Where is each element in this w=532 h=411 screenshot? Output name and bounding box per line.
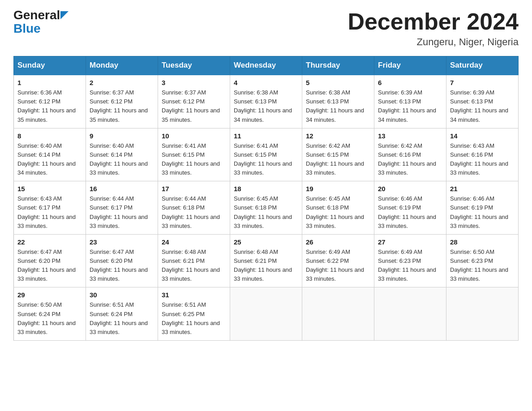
day-number: 4: [234, 79, 298, 86]
day-number: 1: [17, 79, 82, 86]
day-number: 24: [162, 238, 226, 246]
day-number: 12: [306, 132, 370, 140]
month-title: December 2024: [348, 9, 519, 34]
day-info: Sunrise: 6:45 AMSunset: 6:18 PMDaylight:…: [234, 194, 298, 231]
day-info: Sunrise: 6:36 AMSunset: 6:12 PMDaylight:…: [17, 88, 82, 124]
day-info: Sunrise: 6:43 AMSunset: 6:16 PMDaylight:…: [450, 141, 515, 178]
day-number: 18: [234, 185, 298, 193]
day-info: Sunrise: 6:50 AMSunset: 6:24 PMDaylight:…: [17, 300, 82, 337]
day-info: Sunrise: 6:48 AMSunset: 6:21 PMDaylight:…: [162, 248, 226, 284]
day-number: 13: [378, 132, 442, 140]
header-day-saturday: Saturday: [446, 56, 519, 75]
calendar-cell: 20Sunrise: 6:46 AMSunset: 6:19 PMDayligh…: [374, 181, 446, 235]
calendar-cell: 25Sunrise: 6:48 AMSunset: 6:21 PMDayligh…: [230, 234, 302, 287]
day-number: 11: [234, 132, 298, 140]
calendar-cell: [230, 287, 302, 341]
day-number: 17: [162, 185, 226, 193]
calendar-cell: 2Sunrise: 6:37 AMSunset: 6:12 PMDaylight…: [86, 75, 158, 128]
calendar-cell: 4Sunrise: 6:38 AMSunset: 6:13 PMDaylight…: [230, 75, 302, 128]
calendar-table: SundayMondayTuesdayWednesdayThursdayFrid…: [13, 56, 519, 341]
calendar-cell: 30Sunrise: 6:51 AMSunset: 6:24 PMDayligh…: [86, 287, 158, 341]
calendar-cell: 11Sunrise: 6:41 AMSunset: 6:15 PMDayligh…: [230, 128, 302, 181]
calendar-cell: 10Sunrise: 6:41 AMSunset: 6:15 PMDayligh…: [158, 128, 230, 181]
calendar-cell: 13Sunrise: 6:42 AMSunset: 6:16 PMDayligh…: [374, 128, 446, 181]
day-info: Sunrise: 6:40 AMSunset: 6:14 PMDaylight:…: [90, 141, 154, 178]
calendar-week-row: 22Sunrise: 6:47 AMSunset: 6:20 PMDayligh…: [14, 234, 519, 287]
header-day-sunday: Sunday: [14, 56, 86, 75]
calendar-cell: 3Sunrise: 6:37 AMSunset: 6:12 PMDaylight…: [158, 75, 230, 128]
day-number: 9: [90, 132, 154, 140]
day-info: Sunrise: 6:46 AMSunset: 6:19 PMDaylight:…: [378, 194, 442, 231]
day-number: 15: [17, 185, 82, 193]
day-info: Sunrise: 6:47 AMSunset: 6:20 PMDaylight:…: [17, 248, 82, 284]
day-info: Sunrise: 6:46 AMSunset: 6:19 PMDaylight:…: [450, 194, 515, 231]
day-number: 30: [90, 291, 154, 299]
calendar-week-row: 29Sunrise: 6:50 AMSunset: 6:24 PMDayligh…: [14, 287, 519, 341]
logo-general-text: General: [13, 9, 60, 21]
calendar-cell: 15Sunrise: 6:43 AMSunset: 6:17 PMDayligh…: [14, 181, 86, 235]
calendar-cell: 31Sunrise: 6:51 AMSunset: 6:25 PMDayligh…: [158, 287, 230, 341]
calendar-cell: [374, 287, 446, 341]
day-number: 29: [17, 291, 82, 299]
day-number: 6: [378, 79, 442, 86]
header-day-friday: Friday: [374, 56, 446, 75]
calendar-cell: 7Sunrise: 6:39 AMSunset: 6:13 PMDaylight…: [446, 75, 519, 128]
day-number: 2: [90, 79, 154, 86]
day-info: Sunrise: 6:41 AMSunset: 6:15 PMDaylight:…: [162, 141, 226, 178]
day-info: Sunrise: 6:47 AMSunset: 6:20 PMDaylight:…: [90, 248, 154, 284]
day-info: Sunrise: 6:40 AMSunset: 6:14 PMDaylight:…: [17, 141, 82, 178]
day-info: Sunrise: 6:43 AMSunset: 6:17 PMDaylight:…: [17, 194, 82, 231]
day-number: 28: [450, 238, 515, 246]
day-info: Sunrise: 6:48 AMSunset: 6:21 PMDaylight:…: [234, 248, 298, 284]
calendar-cell: 18Sunrise: 6:45 AMSunset: 6:18 PMDayligh…: [230, 181, 302, 235]
calendar-week-row: 8Sunrise: 6:40 AMSunset: 6:14 PMDaylight…: [14, 128, 519, 181]
header-day-thursday: Thursday: [302, 56, 374, 75]
day-info: Sunrise: 6:39 AMSunset: 6:13 PMDaylight:…: [450, 88, 515, 124]
calendar-cell: 23Sunrise: 6:47 AMSunset: 6:20 PMDayligh…: [86, 234, 158, 287]
day-info: Sunrise: 6:44 AMSunset: 6:18 PMDaylight:…: [162, 194, 226, 231]
calendar-week-row: 1Sunrise: 6:36 AMSunset: 6:12 PMDaylight…: [14, 75, 519, 128]
day-info: Sunrise: 6:41 AMSunset: 6:15 PMDaylight:…: [234, 141, 298, 178]
day-number: 16: [90, 185, 154, 193]
day-number: 5: [306, 79, 370, 86]
day-number: 3: [162, 79, 226, 86]
calendar-cell: 5Sunrise: 6:38 AMSunset: 6:13 PMDaylight…: [302, 75, 374, 128]
logo: General Blue: [13, 9, 69, 36]
calendar-cell: 14Sunrise: 6:43 AMSunset: 6:16 PMDayligh…: [446, 128, 519, 181]
day-info: Sunrise: 6:38 AMSunset: 6:13 PMDaylight:…: [234, 88, 298, 124]
calendar-cell: 1Sunrise: 6:36 AMSunset: 6:12 PMDaylight…: [14, 75, 86, 128]
page-header: General Blue December 2024 Zungeru, Nige…: [13, 9, 519, 48]
calendar-cell: 12Sunrise: 6:42 AMSunset: 6:15 PMDayligh…: [302, 128, 374, 181]
calendar-cell: 29Sunrise: 6:50 AMSunset: 6:24 PMDayligh…: [14, 287, 86, 341]
day-number: 27: [378, 238, 442, 246]
day-number: 23: [90, 238, 154, 246]
header-day-monday: Monday: [86, 56, 158, 75]
calendar-cell: [446, 287, 519, 341]
calendar-cell: 8Sunrise: 6:40 AMSunset: 6:14 PMDaylight…: [14, 128, 86, 181]
logo-arrow-icon: [60, 11, 69, 19]
calendar-cell: [302, 287, 374, 341]
calendar-cell: 26Sunrise: 6:49 AMSunset: 6:22 PMDayligh…: [302, 234, 374, 287]
calendar-cell: 27Sunrise: 6:49 AMSunset: 6:23 PMDayligh…: [374, 234, 446, 287]
calendar-cell: 19Sunrise: 6:45 AMSunset: 6:18 PMDayligh…: [302, 181, 374, 235]
day-number: 8: [17, 132, 82, 140]
day-number: 10: [162, 132, 226, 140]
header-day-tuesday: Tuesday: [158, 56, 230, 75]
day-info: Sunrise: 6:39 AMSunset: 6:13 PMDaylight:…: [378, 88, 442, 124]
calendar-cell: 21Sunrise: 6:46 AMSunset: 6:19 PMDayligh…: [446, 181, 519, 235]
calendar-cell: 28Sunrise: 6:50 AMSunset: 6:23 PMDayligh…: [446, 234, 519, 287]
day-number: 22: [17, 238, 82, 246]
logo-blue-text: Blue: [13, 21, 41, 36]
day-number: 21: [450, 185, 515, 193]
day-number: 25: [234, 238, 298, 246]
day-info: Sunrise: 6:38 AMSunset: 6:13 PMDaylight:…: [306, 88, 370, 124]
day-number: 31: [162, 291, 226, 299]
calendar-header-row: SundayMondayTuesdayWednesdayThursdayFrid…: [14, 56, 519, 75]
day-number: 19: [306, 185, 370, 193]
day-info: Sunrise: 6:49 AMSunset: 6:23 PMDaylight:…: [378, 248, 442, 284]
calendar-cell: 24Sunrise: 6:48 AMSunset: 6:21 PMDayligh…: [158, 234, 230, 287]
day-number: 7: [450, 79, 515, 86]
day-info: Sunrise: 6:42 AMSunset: 6:15 PMDaylight:…: [306, 141, 370, 178]
day-info: Sunrise: 6:49 AMSunset: 6:22 PMDaylight:…: [306, 248, 370, 284]
day-info: Sunrise: 6:50 AMSunset: 6:23 PMDaylight:…: [450, 248, 515, 284]
